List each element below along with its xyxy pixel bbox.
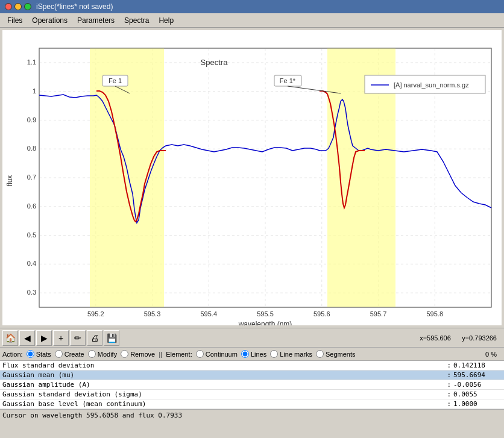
svg-text:wavelength (nm): wavelength (nm) xyxy=(238,320,292,325)
svg-text:0.6: 0.6 xyxy=(27,202,36,210)
stat-row-gaussian-mean: Gaussian mean (mu) : 595.6694 xyxy=(0,371,504,380)
svg-text:1: 1 xyxy=(33,87,36,95)
svg-text:0.4: 0.4 xyxy=(27,260,36,267)
svg-text:0.3: 0.3 xyxy=(27,289,36,296)
close-button[interactable] xyxy=(5,3,12,10)
stat-label-gaussian-amp: Gaussian amplitude (A) xyxy=(2,381,444,389)
svg-text:595.8: 595.8 xyxy=(426,310,443,318)
menu-operations[interactable]: Operations xyxy=(27,15,72,26)
svg-text:Fe 1: Fe 1 xyxy=(109,77,122,84)
stat-row-gaussian-amp: Gaussian amplitude (A) : -0.0056 xyxy=(0,380,504,390)
menu-help[interactable]: Help xyxy=(154,15,178,26)
svg-text:[A] narval_sun_norm.s.gz: [A] narval_sun_norm.s.gz xyxy=(394,81,469,89)
minimize-button[interactable] xyxy=(14,3,22,10)
stats-table: Flux standard deviation : 0.142118 Gauss… xyxy=(0,360,504,409)
svg-text:0.5: 0.5 xyxy=(27,231,36,239)
svg-text:595.5: 595.5 xyxy=(257,310,274,318)
coord-y-label: y= xyxy=(462,334,469,342)
svg-text:0.7: 0.7 xyxy=(27,174,36,181)
element-continuum[interactable]: Continuum xyxy=(196,350,238,358)
home-button[interactable]: 🏠 xyxy=(2,330,18,346)
svg-text:Fe 1*: Fe 1* xyxy=(280,77,296,84)
svg-text:Spectra: Spectra xyxy=(201,58,228,67)
undo-button[interactable]: ◀ xyxy=(19,330,35,346)
svg-rect-18 xyxy=(90,48,164,307)
titlebar: iSpec(*lines* not saved) xyxy=(0,0,504,13)
stat-value-flux-stddev: 0.142118 xyxy=(453,361,502,369)
element-lines[interactable]: Lines xyxy=(241,350,266,358)
zoom-button[interactable]: + xyxy=(53,330,69,346)
action-stats[interactable]: Stats xyxy=(27,350,51,358)
action-remove[interactable]: Remove xyxy=(121,350,155,358)
stat-row-gaussian-base: Gaussian base level (mean continuum) : 1… xyxy=(0,399,504,409)
save-button[interactable]: 💾 xyxy=(104,330,119,346)
action-create[interactable]: Create xyxy=(55,350,84,358)
coord-display: x=595.606 y=0.793266 xyxy=(420,334,502,342)
menubar: Files Operations Parameters Spectra Help xyxy=(0,13,504,28)
svg-text:595.7: 595.7 xyxy=(370,310,387,318)
element-linemarks[interactable]: Line marks xyxy=(270,350,312,358)
window-title: iSpec(*lines* not saved) xyxy=(36,2,113,11)
coord-x-label: x= xyxy=(420,334,427,342)
edit-button[interactable]: ✏ xyxy=(70,330,86,346)
menu-files[interactable]: Files xyxy=(2,15,27,26)
svg-text:flux: flux xyxy=(5,175,14,187)
element-segments[interactable]: Segments xyxy=(316,350,356,358)
menu-parameters[interactable]: Parameters xyxy=(72,15,119,26)
svg-text:595.4: 595.4 xyxy=(200,310,217,318)
stat-value-gaussian-amp: -0.0056 xyxy=(453,381,502,389)
svg-text:0.8: 0.8 xyxy=(27,145,36,152)
forward-button[interactable]: ▶ xyxy=(36,330,52,346)
svg-text:595.6: 595.6 xyxy=(313,310,330,318)
stat-label-gaussian-base: Gaussian base level (mean continuum) xyxy=(2,400,444,408)
coord-y-value: 0.793266 xyxy=(469,334,497,342)
stat-row-gaussian-sigma: Gaussian standard deviation (sigma) : 0.… xyxy=(0,390,504,399)
percent-label: 0 % xyxy=(485,351,502,358)
svg-text:1.1: 1.1 xyxy=(27,58,36,66)
maximize-button[interactable] xyxy=(24,3,31,10)
stat-row-flux-stddev: Flux standard deviation : 0.142118 xyxy=(0,361,504,371)
svg-text:595.3: 595.3 xyxy=(144,310,161,318)
coord-x-value: 595.606 xyxy=(427,334,451,342)
separator: || xyxy=(159,351,162,358)
toolbar: 🏠 ◀ ▶ + ✏ 🖨 💾 x=595.606 y=0.793266 xyxy=(0,328,504,347)
statusbar: Cursor on wavelength 595.6058 and flux 0… xyxy=(0,409,504,421)
stat-value-gaussian-sigma: 0.0055 xyxy=(453,390,502,398)
svg-text:0.9: 0.9 xyxy=(27,116,36,124)
menu-spectra[interactable]: Spectra xyxy=(119,15,154,26)
print-button[interactable]: 🖨 xyxy=(87,330,102,346)
status-text: Cursor on wavelength 595.6058 and flux 0… xyxy=(2,411,182,419)
chart-container: 1.1 1 0.9 0.8 0.7 0.6 0.5 0.4 0.3 595.2 … xyxy=(2,30,502,325)
actionbar: Action: Stats Create Modify Remove || El… xyxy=(0,347,504,360)
svg-text:595.2: 595.2 xyxy=(87,310,104,318)
stat-label-gaussian-sigma: Gaussian standard deviation (sigma) xyxy=(2,390,444,398)
stat-value-gaussian-mean: 595.6694 xyxy=(453,371,502,379)
action-modify[interactable]: Modify xyxy=(88,350,117,358)
stat-label-gaussian-mean: Gaussian mean (mu) xyxy=(2,371,444,379)
chart-svg: 1.1 1 0.9 0.8 0.7 0.6 0.5 0.4 0.3 595.2 … xyxy=(2,30,502,325)
element-label: Element: xyxy=(166,351,192,358)
stat-value-gaussian-base: 1.0000 xyxy=(453,400,502,408)
stat-label-flux-stddev: Flux standard deviation xyxy=(2,361,444,369)
action-label: Action: xyxy=(2,351,23,358)
